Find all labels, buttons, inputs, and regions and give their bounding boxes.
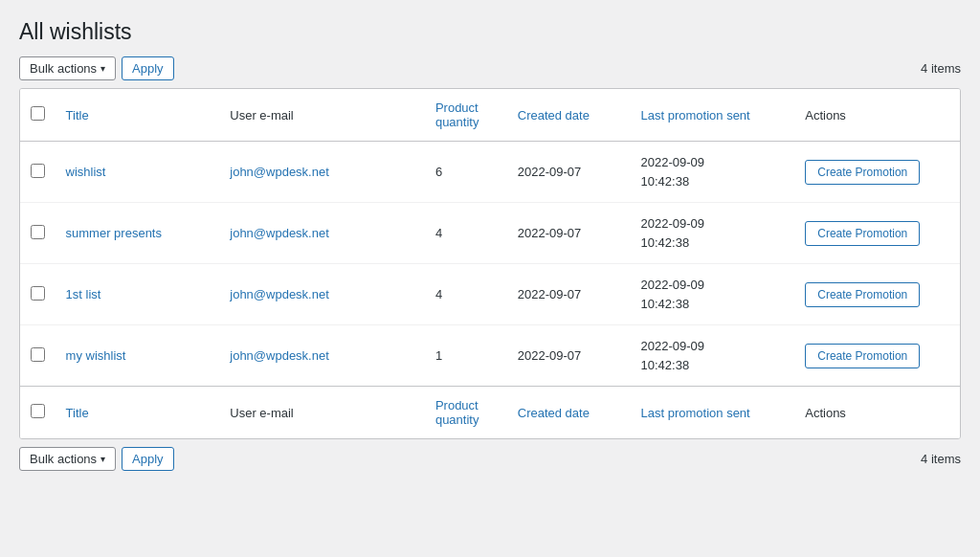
top-apply-button[interactable]: Apply bbox=[122, 56, 174, 80]
create-promotion-button-2[interactable]: Create Promotion bbox=[805, 282, 920, 307]
row-checkbox-1[interactable] bbox=[31, 225, 45, 239]
row-actions-cell-2: Create Promotion bbox=[795, 264, 960, 325]
row-title-link-0[interactable]: wishlist bbox=[66, 165, 106, 179]
row-checkbox-2[interactable] bbox=[31, 286, 45, 301]
table-row: 1st list john@wpdesk.net 4 2022-09-07 20… bbox=[20, 264, 960, 325]
create-promotion-button-1[interactable]: Create Promotion bbox=[805, 221, 920, 246]
row-quantity-cell-1: 4 bbox=[426, 203, 508, 264]
row-last-promo-cell-1: 2022-09-09 10:42:38 bbox=[632, 203, 796, 264]
row-quantity-cell-0: 6 bbox=[426, 142, 508, 203]
row-email-cell: john@wpdesk.net bbox=[220, 203, 426, 264]
table-container: Title User e-mail Product quantity Creat… bbox=[19, 88, 961, 439]
top-items-count: 4 items bbox=[921, 61, 961, 76]
row-title-cell: my wishlist bbox=[56, 325, 221, 387]
bottom-bulk-actions-dropdown[interactable]: Bulk actions ▾ bbox=[19, 447, 116, 471]
row-created-cell-1: 2022-09-07 bbox=[508, 203, 632, 264]
row-title-cell: wishlist bbox=[56, 142, 221, 203]
header-title[interactable]: Title bbox=[56, 89, 221, 142]
table-header-row: Title User e-mail Product quantity Creat… bbox=[20, 89, 960, 142]
wishlists-table: Title User e-mail Product quantity Creat… bbox=[20, 89, 960, 438]
row-email-link-1[interactable]: john@wpdesk.net bbox=[230, 226, 329, 240]
top-chevron-down-icon: ▾ bbox=[100, 63, 105, 74]
row-title-link-3[interactable]: my wishlist bbox=[66, 348, 126, 363]
footer-quantity[interactable]: Product quantity bbox=[426, 387, 508, 439]
row-checkbox-3[interactable] bbox=[31, 347, 45, 362]
row-email-cell: john@wpdesk.net bbox=[220, 325, 426, 387]
table-row: my wishlist john@wpdesk.net 1 2022-09-07… bbox=[20, 325, 960, 387]
create-promotion-button-3[interactable]: Create Promotion bbox=[805, 344, 920, 368]
footer-actions: Actions bbox=[795, 387, 960, 439]
row-checkbox-cell bbox=[20, 264, 56, 325]
header-created[interactable]: Created date bbox=[508, 89, 632, 142]
bottom-toolbar-left: Bulk actions ▾ Apply bbox=[19, 447, 174, 471]
top-toolbar-left: Bulk actions ▾ Apply bbox=[19, 56, 174, 80]
row-title-link-1[interactable]: summer presents bbox=[66, 226, 162, 240]
bottom-apply-button[interactable]: Apply bbox=[122, 447, 174, 471]
row-checkbox-0[interactable] bbox=[31, 164, 45, 178]
row-checkbox-cell bbox=[20, 325, 56, 387]
row-email-cell: john@wpdesk.net bbox=[220, 264, 426, 325]
bottom-bulk-actions-label: Bulk actions bbox=[30, 452, 97, 466]
top-toolbar: Bulk actions ▾ Apply 4 items bbox=[19, 56, 961, 80]
row-actions-cell-0: Create Promotion bbox=[795, 142, 960, 203]
header-actions: Actions bbox=[795, 89, 960, 142]
row-email-cell: john@wpdesk.net bbox=[220, 142, 426, 203]
bottom-chevron-down-icon: ▾ bbox=[100, 454, 105, 464]
footer-checkbox-cell bbox=[20, 387, 56, 439]
row-created-cell-3: 2022-09-07 bbox=[508, 325, 632, 387]
table-row: summer presents john@wpdesk.net 4 2022-0… bbox=[20, 203, 960, 264]
row-quantity-cell-3: 1 bbox=[426, 325, 508, 387]
row-last-promo-cell-3: 2022-09-09 10:42:38 bbox=[632, 325, 796, 387]
top-bulk-actions-dropdown[interactable]: Bulk actions ▾ bbox=[19, 56, 116, 80]
row-checkbox-cell bbox=[20, 142, 56, 203]
footer-title[interactable]: Title bbox=[56, 387, 221, 439]
row-email-link-0[interactable]: john@wpdesk.net bbox=[230, 165, 329, 179]
row-quantity-cell-2: 4 bbox=[426, 264, 508, 325]
table-body: wishlist john@wpdesk.net 6 2022-09-07 20… bbox=[20, 142, 960, 387]
header-quantity[interactable]: Product quantity bbox=[426, 89, 508, 142]
row-created-cell-2: 2022-09-07 bbox=[508, 264, 632, 325]
top-bulk-actions-label: Bulk actions bbox=[30, 61, 97, 76]
row-last-promo-cell-2: 2022-09-09 10:42:38 bbox=[632, 264, 796, 325]
table-head: Title User e-mail Product quantity Creat… bbox=[20, 89, 960, 142]
row-email-link-3[interactable]: john@wpdesk.net bbox=[230, 348, 329, 363]
select-all-checkbox[interactable] bbox=[31, 106, 45, 121]
row-title-link-2[interactable]: 1st list bbox=[66, 287, 101, 301]
header-email: User e-mail bbox=[220, 89, 426, 142]
table-row: wishlist john@wpdesk.net 6 2022-09-07 20… bbox=[20, 142, 960, 203]
table-foot: Title User e-mail Product quantity Creat… bbox=[20, 387, 960, 439]
footer-email: User e-mail bbox=[220, 387, 426, 439]
row-email-link-2[interactable]: john@wpdesk.net bbox=[230, 287, 329, 301]
bottom-items-count: 4 items bbox=[921, 452, 961, 466]
row-actions-cell-1: Create Promotion bbox=[795, 203, 960, 264]
row-title-cell: 1st list bbox=[56, 264, 221, 325]
table-footer-row: Title User e-mail Product quantity Creat… bbox=[20, 387, 960, 439]
page-wrapper: All wishlists Bulk actions ▾ Apply 4 ite… bbox=[19, 19, 961, 471]
footer-select-all-checkbox[interactable] bbox=[31, 404, 45, 418]
row-title-cell: summer presents bbox=[56, 203, 221, 264]
page-title: All wishlists bbox=[19, 19, 961, 45]
header-checkbox-cell bbox=[20, 89, 56, 142]
row-actions-cell-3: Create Promotion bbox=[795, 325, 960, 387]
footer-last-promo[interactable]: Last promotion sent bbox=[632, 387, 796, 439]
bottom-toolbar: Bulk actions ▾ Apply 4 items bbox=[19, 447, 961, 471]
row-checkbox-cell bbox=[20, 203, 56, 264]
footer-created[interactable]: Created date bbox=[508, 387, 632, 439]
row-created-cell-0: 2022-09-07 bbox=[508, 142, 632, 203]
create-promotion-button-0[interactable]: Create Promotion bbox=[805, 160, 920, 185]
row-last-promo-cell-0: 2022-09-09 10:42:38 bbox=[632, 142, 796, 203]
header-last-promo[interactable]: Last promotion sent bbox=[632, 89, 796, 142]
